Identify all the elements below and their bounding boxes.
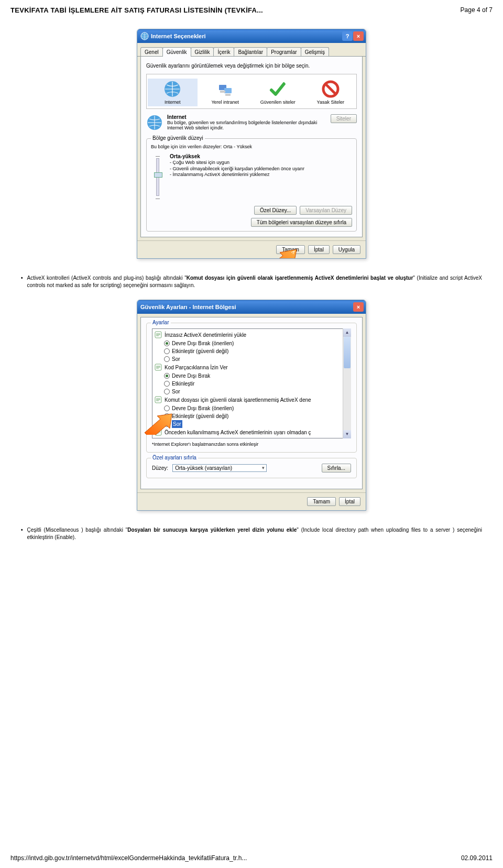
tab-privacy[interactable]: Gizlilik (191, 47, 214, 56)
svg-rect-5 (225, 94, 231, 96)
level-description: Orta-yüksek - Çoğu Web sitesi için uygun… (170, 153, 352, 201)
internet-options-dialog: Internet Seçenekleri ? × Genel Güvenlik … (137, 29, 366, 259)
setting-group: Önceden kullanılmamış ActiveX denetimler… (155, 428, 341, 437)
checkmark-icon (268, 80, 287, 98)
setting-radio[interactable]: Sor (155, 355, 341, 363)
setting-group: Kod Parçacıklarına İzin Ver (155, 363, 341, 372)
close-button[interactable]: × (353, 31, 364, 41)
page-number: Page 4 of 7 (461, 6, 493, 14)
instruction-bullet: Çeşitli (Miscellaneous ) başlığı altında… (21, 526, 482, 541)
radio-icon (164, 373, 170, 379)
sites-button[interactable]: Siteler (331, 114, 357, 123)
default-level-button[interactable]: Varsayılan Düzey (300, 206, 352, 215)
security-slider[interactable] (156, 158, 159, 196)
setting-radio[interactable]: Devre Dışı Bırak (önerilen) (155, 404, 341, 412)
scrollbar[interactable]: ▲ ▼ (343, 328, 351, 438)
radio-icon (164, 405, 170, 411)
radio-icon (164, 389, 170, 394)
radio-icon (164, 381, 170, 387)
prohibit-icon (321, 80, 340, 98)
reset-title: Özel ayarları sıfırla (151, 455, 198, 460)
zone-internet[interactable]: Internet (148, 79, 198, 106)
svg-line-7 (325, 84, 336, 94)
annotation-arrow-icon (143, 413, 174, 435)
activex-icon (155, 364, 162, 371)
close-button[interactable]: × (353, 302, 364, 312)
settings-title: Ayarlar (151, 320, 171, 325)
help-button[interactable]: ? (342, 31, 353, 41)
zone-intranet[interactable]: Yerel intranet (201, 79, 250, 106)
scroll-up-icon[interactable]: ▲ (343, 328, 351, 337)
zone-label: Internet (165, 100, 181, 105)
globe-icon (146, 114, 163, 131)
zone-picker: Internet Yerel intranet Güvenilen sitele… (146, 74, 357, 109)
reset-button[interactable]: Sıfırla... (322, 464, 351, 473)
svg-rect-4 (220, 91, 225, 93)
tab-advanced[interactable]: Gelişmiş (301, 47, 329, 56)
page-title: TEVKİFATA TABİ İŞLEMLERE AİT SATIŞ FATUR… (10, 6, 263, 14)
scroll-thumb[interactable] (344, 337, 351, 368)
zone-label: Yasak Siteler (317, 100, 344, 105)
cancel-button[interactable]: İptal (339, 497, 360, 506)
reset-all-button[interactable]: Tüm bölgeleri varsayılan düzeye sıfırla (251, 218, 352, 227)
cancel-button[interactable]: İptal (308, 245, 330, 254)
zone-description: Internet Bu bölge, güvenilen ve sınırlan… (167, 114, 326, 131)
setting-radio[interactable]: Etkinleştir (güvenli değil) (155, 347, 341, 355)
titlebar: Güvenlik Ayarları - Internet Bölgesi × (137, 300, 366, 314)
dialog-title: Internet Seçenekleri (151, 33, 206, 39)
ok-button[interactable]: Tamam (307, 497, 336, 506)
group-title: Bölge güvenlik düzeyi (151, 135, 205, 141)
setting-group: İmzasız ActiveX denetimlerini yükle (155, 331, 341, 339)
setting-radio[interactable]: Sor (155, 388, 341, 395)
setting-group: Komut dosyası için güvenli olarak işaret… (155, 395, 341, 404)
activex-icon (155, 331, 162, 338)
tab-programs[interactable]: Programlar (267, 47, 301, 56)
titlebar: Internet Seçenekleri ? × (137, 29, 366, 43)
setting-radio[interactable]: Sor (155, 420, 341, 428)
reset-label: Düzey: (152, 465, 168, 471)
restart-note: *Internet Explorer'ı başlatmanızdan sonr… (152, 442, 351, 447)
setting-radio[interactable]: Devre Dışı Bırak (155, 372, 341, 380)
setting-radio[interactable]: Etkinleştir (155, 380, 341, 388)
setting-radio[interactable]: Etkinleştir (güvenli değil) (155, 412, 341, 420)
globe-icon (163, 80, 182, 98)
instruction-bullet: ActiveX kontrolleri (ActiveX controls an… (21, 274, 482, 289)
dialog-title: Güvenlik Ayarları - Internet Bölgesi (140, 304, 236, 310)
zone-trusted[interactable]: Güvenilen siteler (253, 79, 303, 106)
annotation-arrow-icon (262, 248, 299, 259)
custom-level-button[interactable]: Özel Düzey... (254, 206, 297, 215)
intranet-icon (216, 80, 235, 98)
reset-level-select[interactable]: Orta-yüksek (varsayılan) (172, 464, 267, 472)
activex-icon (155, 396, 162, 403)
levels-allowed: Bu bölge için izin verilen düzeyler: Ort… (151, 144, 352, 149)
setting-radio[interactable]: Devre Dışı Bırak (önerilen) (155, 339, 341, 347)
zone-label: Güvenilen siteler (260, 100, 296, 105)
security-settings-dialog: Güvenlik Ayarları - Internet Bölgesi × A… (137, 300, 366, 511)
setting-radio[interactable]: Devre Dışı Bırak (155, 437, 341, 438)
radio-icon (164, 438, 170, 438)
apply-button[interactable]: Uygula (333, 245, 360, 254)
tab-security[interactable]: Güvenlik (162, 47, 191, 57)
svg-rect-3 (224, 88, 232, 93)
settings-list[interactable]: İmzasız ActiveX denetimlerini yükleDevre… (152, 328, 351, 438)
tab-content[interactable]: İçerik (213, 47, 234, 56)
instruction-text: Güvenlik ayarlarını görüntülemek veya de… (146, 63, 357, 69)
radio-icon (164, 356, 170, 362)
tabstrip: Genel Güvenlik Gizlilik İçerik Bağlantıl… (137, 43, 366, 57)
slider-thumb[interactable] (154, 172, 162, 178)
zone-label: Yerel intranet (211, 100, 239, 105)
tab-connections[interactable]: Bağlantılar (234, 47, 267, 56)
radio-icon (164, 340, 170, 346)
gear-globe-icon (140, 32, 149, 40)
tab-general[interactable]: Genel (140, 47, 163, 56)
scroll-down-icon[interactable]: ▼ (343, 430, 351, 438)
zone-restricted[interactable]: Yasak Siteler (306, 79, 356, 106)
radio-icon (164, 348, 170, 354)
